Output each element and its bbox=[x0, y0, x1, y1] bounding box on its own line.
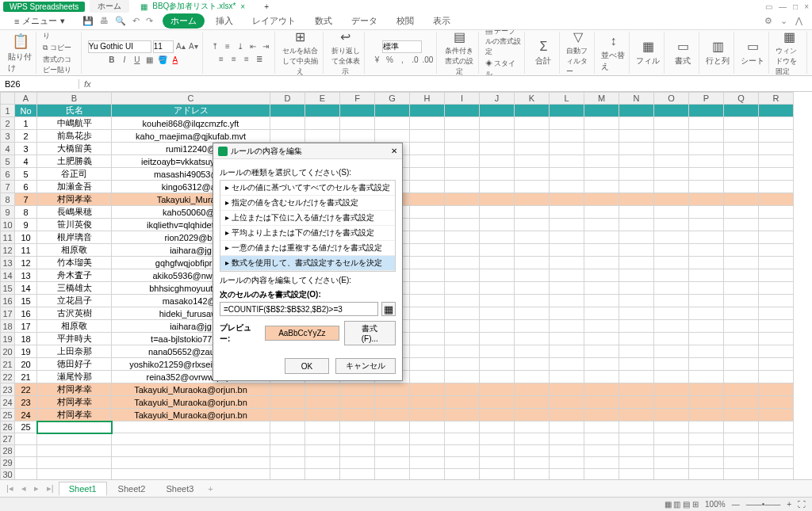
row-header-23[interactable]: 23 bbox=[1, 383, 15, 396]
tab-home[interactable]: ホーム bbox=[90, 0, 129, 13]
cell-J8[interactable] bbox=[480, 193, 515, 206]
col-header-E[interactable]: E bbox=[305, 93, 340, 105]
collapse-ribbon-icon[interactable]: ⌄ bbox=[780, 16, 787, 26]
view-icons[interactable]: ▦ ▥ ▤ ⊞ bbox=[665, 500, 699, 509]
cell-B4[interactable]: 大橋留美 bbox=[37, 143, 112, 155]
cell-L30[interactable] bbox=[550, 469, 584, 480]
cell-Q6[interactable] bbox=[724, 168, 759, 181]
cell-E1[interactable] bbox=[305, 105, 340, 117]
cell-Q1[interactable] bbox=[724, 105, 759, 117]
sheet-nav-next[interactable]: ▸ bbox=[31, 483, 42, 494]
cell-K23[interactable] bbox=[515, 383, 550, 396]
col-header-I[interactable]: I bbox=[445, 93, 480, 105]
cell-O16[interactable] bbox=[654, 295, 689, 307]
cell-C27[interactable] bbox=[112, 433, 270, 445]
cell-H1[interactable] bbox=[410, 105, 445, 117]
cell-M21[interactable] bbox=[584, 358, 619, 371]
currency-icon[interactable]: ¥ bbox=[371, 55, 382, 66]
cell-P17[interactable] bbox=[689, 307, 724, 320]
select-all-corner[interactable] bbox=[1, 93, 15, 105]
cell-I25[interactable] bbox=[445, 409, 480, 421]
cell-O18[interactable] bbox=[654, 320, 689, 333]
row-header-30[interactable]: 30 bbox=[1, 469, 15, 480]
font-color-icon[interactable]: A bbox=[170, 55, 181, 66]
cell-H20[interactable] bbox=[410, 345, 445, 358]
cell-Q20[interactable] bbox=[724, 345, 759, 358]
cell-H9[interactable] bbox=[410, 206, 445, 219]
cell-P13[interactable] bbox=[689, 257, 724, 269]
cell-K7[interactable] bbox=[515, 181, 550, 193]
cell-B22[interactable]: 瀬尾怜那 bbox=[37, 371, 112, 383]
cell-O9[interactable] bbox=[654, 206, 689, 219]
cell-O4[interactable] bbox=[654, 143, 689, 155]
indent-dec-icon[interactable]: ⇤ bbox=[247, 41, 259, 52]
cell-K15[interactable] bbox=[515, 282, 550, 295]
align-center-icon[interactable]: ≡ bbox=[228, 54, 239, 65]
cell-R5[interactable] bbox=[759, 155, 794, 168]
cell-H8[interactable] bbox=[410, 193, 445, 206]
cell-R23[interactable] bbox=[759, 383, 794, 396]
cell-M9[interactable] bbox=[584, 206, 619, 219]
sheet-add[interactable]: + bbox=[205, 484, 216, 494]
row-header-17[interactable]: 17 bbox=[1, 307, 15, 320]
cell-J15[interactable] bbox=[480, 282, 515, 295]
cell-L23[interactable] bbox=[550, 383, 584, 396]
cell-P24[interactable] bbox=[689, 396, 724, 409]
cell-K30[interactable] bbox=[515, 469, 550, 480]
cell-P29[interactable] bbox=[689, 457, 724, 469]
cell-I20[interactable] bbox=[445, 345, 480, 358]
cell-K22[interactable] bbox=[515, 371, 550, 383]
border-icon[interactable]: ▦ bbox=[144, 55, 155, 66]
cell-D24[interactable] bbox=[270, 396, 305, 409]
cell-R25[interactable] bbox=[759, 409, 794, 421]
cell-K29[interactable] bbox=[515, 457, 550, 469]
sheet-tab-3[interactable]: Sheet3 bbox=[156, 482, 203, 495]
cell-A22[interactable]: 21 bbox=[15, 371, 37, 383]
cell-A11[interactable]: 10 bbox=[15, 231, 37, 244]
cell-O17[interactable] bbox=[654, 307, 689, 320]
cell-I18[interactable] bbox=[445, 320, 480, 333]
cell-B25[interactable]: 村岡孝幸 bbox=[37, 409, 112, 421]
cell-H21[interactable] bbox=[410, 358, 445, 371]
cell-J23[interactable] bbox=[480, 383, 515, 396]
cell-H5[interactable] bbox=[410, 155, 445, 168]
cell-I26[interactable] bbox=[445, 421, 480, 433]
cell-M23[interactable] bbox=[584, 383, 619, 396]
cell-I8[interactable] bbox=[445, 193, 480, 206]
cell-A27[interactable] bbox=[15, 433, 37, 445]
cell-C28[interactable] bbox=[112, 445, 270, 457]
cell-H3[interactable] bbox=[410, 130, 445, 143]
cell-D1[interactable] bbox=[270, 105, 305, 117]
row-header-29[interactable]: 29 bbox=[1, 457, 15, 469]
cell-M22[interactable] bbox=[584, 371, 619, 383]
cell-I15[interactable] bbox=[445, 282, 480, 295]
cell-N13[interactable] bbox=[619, 257, 654, 269]
cell-L16[interactable] bbox=[550, 295, 584, 307]
increase-font-icon[interactable]: A▴ bbox=[175, 41, 186, 52]
cell-R29[interactable] bbox=[759, 457, 794, 469]
cell-A13[interactable]: 12 bbox=[15, 257, 37, 269]
cell-K24[interactable] bbox=[515, 396, 550, 409]
cell-H16[interactable] bbox=[410, 295, 445, 307]
cell-D3[interactable] bbox=[270, 130, 305, 143]
format-button[interactable]: 書式(F)... bbox=[344, 321, 396, 345]
col-header-B[interactable]: B bbox=[37, 93, 112, 105]
cell-K25[interactable] bbox=[515, 409, 550, 421]
cell-J3[interactable] bbox=[480, 130, 515, 143]
cell-B11[interactable]: 根岸璃音 bbox=[37, 231, 112, 244]
row-header-26[interactable]: 26 bbox=[1, 421, 15, 433]
cell-K5[interactable] bbox=[515, 155, 550, 168]
col-header-K[interactable]: K bbox=[515, 93, 550, 105]
cell-R15[interactable] bbox=[759, 282, 794, 295]
cell-J7[interactable] bbox=[480, 181, 515, 193]
cell-A1[interactable]: No bbox=[15, 105, 37, 117]
cell-P12[interactable] bbox=[689, 244, 724, 257]
tab-close-icon[interactable]: × bbox=[240, 2, 245, 11]
cell-K26[interactable] bbox=[515, 421, 550, 433]
cell-Q12[interactable] bbox=[724, 244, 759, 257]
cell-P8[interactable] bbox=[689, 193, 724, 206]
fx-icon[interactable]: fx bbox=[79, 79, 96, 89]
cell-K18[interactable] bbox=[515, 320, 550, 333]
cell-Q7[interactable] bbox=[724, 181, 759, 193]
cell-P20[interactable] bbox=[689, 345, 724, 358]
